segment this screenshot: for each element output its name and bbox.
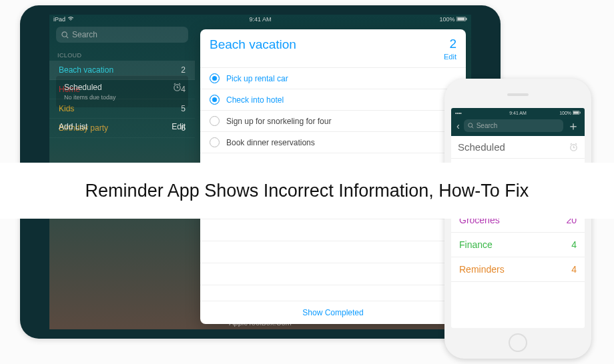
svg-rect-7 — [573, 111, 579, 113]
home-button[interactable] — [509, 333, 527, 352]
device-label: iPad — [53, 16, 65, 23]
search-icon — [468, 123, 474, 129]
svg-rect-8 — [580, 112, 581, 114]
card-title: Beach vacation — [210, 37, 296, 52]
search-icon — [61, 31, 69, 39]
search-placeholder: Search — [477, 122, 498, 129]
battery-pct: 100% — [559, 111, 571, 115]
svg-rect-1 — [457, 17, 465, 20]
scheduled-label: Scheduled — [458, 141, 505, 153]
search-input[interactable]: Search — [56, 27, 188, 43]
svg-line-10 — [472, 127, 473, 128]
status-time: 9:41 AM — [509, 111, 527, 115]
alarm-icon — [173, 83, 182, 91]
headline-text: Reminder App Shows Incorrect Information… — [85, 181, 529, 201]
reminder-row[interactable]: Check into hotel — [200, 89, 466, 111]
reminder-label: Pick up rental car — [226, 74, 288, 83]
wifi-icon — [67, 16, 74, 21]
add-list-button[interactable]: Add List — [59, 122, 87, 131]
list-count: 4 — [571, 239, 577, 250]
list-label: Finance — [459, 239, 493, 250]
scheduled-title: Scheduled — [64, 83, 180, 92]
checkbox-icon[interactable] — [210, 116, 220, 126]
iphone-speaker — [507, 93, 529, 96]
reminder-row[interactable]: Sign up for snorkeling for four — [200, 111, 466, 132]
card-header: Beach vacation 2 Edit — [200, 29, 466, 68]
sidebar-footer: Add List Edit — [49, 115, 195, 138]
ipad-status-bar: iPad 9:41 AM 100% — [49, 15, 471, 24]
scheduled-sub: No items due today — [64, 94, 180, 101]
edit-lists-button[interactable]: Edit — [172, 122, 186, 131]
scheduled-card[interactable]: Scheduled No items due today — [56, 75, 188, 107]
reminder-row[interactable]: Book dinner reservations — [200, 132, 466, 153]
svg-point-3 — [62, 31, 67, 36]
battery-icon — [456, 17, 467, 21]
signal-icon: •••• — [455, 111, 462, 115]
list-label: Reminders — [459, 264, 505, 275]
iphone-device: •••• 9:41 AM 100% ‹ Search ＋ Scheduled K… — [444, 79, 591, 359]
battery-pct: 100% — [439, 16, 454, 23]
reminder-label: Book dinner reservations — [226, 138, 315, 147]
back-button[interactable]: ‹ — [455, 121, 461, 131]
section-icloud: ICLOUD — [49, 48, 195, 61]
status-time: 9:41 AM — [249, 16, 271, 23]
add-button[interactable]: ＋ — [566, 120, 581, 132]
list-count: 2 — [181, 65, 186, 75]
svg-point-9 — [468, 123, 472, 127]
card-count: 2 — [444, 37, 456, 50]
list-count: 4 — [571, 264, 577, 275]
reminder-row[interactable]: Pick up rental car — [200, 68, 466, 89]
battery-icon — [573, 111, 581, 115]
list-label: Beach vacation — [59, 65, 113, 75]
checkbox-icon[interactable] — [210, 137, 220, 147]
watermark: AppleToolBox.Com — [229, 319, 292, 327]
svg-rect-2 — [466, 18, 467, 21]
list-item[interactable]: Reminders4 — [451, 257, 585, 282]
scheduled-row[interactable]: Scheduled — [451, 136, 585, 159]
svg-line-4 — [66, 36, 68, 38]
checkbox-icon[interactable] — [210, 73, 220, 83]
card-edit-button[interactable]: Edit — [444, 53, 456, 61]
alarm-icon — [569, 143, 578, 151]
reminder-label: Check into hotel — [226, 95, 284, 105]
checkbox-icon[interactable] — [210, 95, 220, 105]
search-input[interactable]: Search — [464, 119, 563, 132]
headline-band: Reminder App Shows Incorrect Information… — [0, 163, 614, 219]
ipad-sidebar: Search ICLOUD Beach vacation2Home4Kids5B… — [49, 24, 195, 138]
iphone-status-bar: •••• 9:41 AM 100% — [451, 111, 585, 117]
search-placeholder: Search — [72, 30, 97, 39]
reminder-label: Sign up for snorkeling for four — [226, 117, 331, 126]
list-item[interactable]: Finance4 — [451, 233, 585, 257]
iphone-header: •••• 9:41 AM 100% ‹ Search ＋ — [451, 108, 585, 136]
